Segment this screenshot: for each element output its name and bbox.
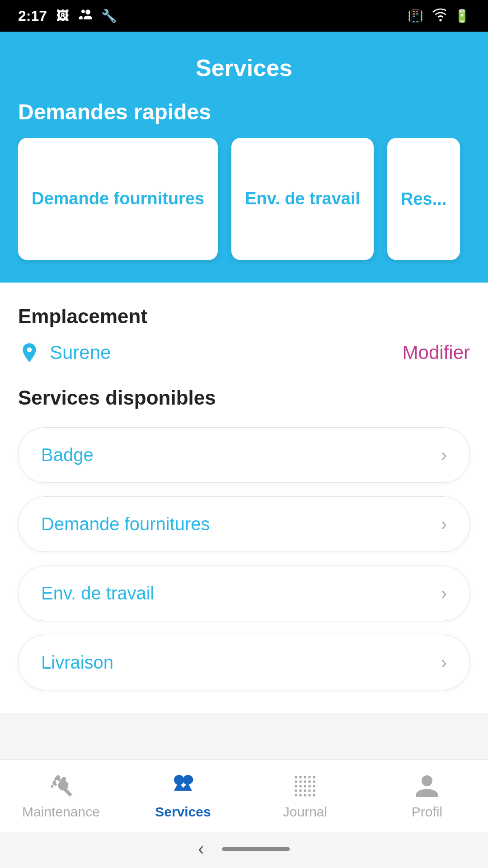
quick-card-partial[interactable]: Res... (387, 138, 460, 260)
nav-label-profil: Profil (412, 804, 442, 820)
wifi-icon (432, 7, 446, 25)
chevron-right-icon-livraison: › (441, 652, 447, 673)
modifier-button[interactable]: Modifier (403, 342, 470, 363)
quick-cards-container: Demande fournitures Env. de travail Res.… (18, 138, 470, 264)
status-time: 2:17 (18, 8, 47, 24)
bottom-indicator: ‹ (198, 839, 290, 859)
quick-card-demande-fournitures[interactable]: Demande fournitures (18, 138, 218, 260)
location-left: Surene (18, 341, 111, 364)
home-bar (222, 847, 290, 851)
location-pin-icon (18, 341, 41, 364)
nav-label-journal: Journal (283, 804, 327, 820)
emplacement-title: Emplacement (18, 305, 470, 328)
vibrate-icon: 📳 (408, 9, 423, 24)
chevron-right-icon-env: › (441, 583, 447, 604)
chevron-right-icon-demande: › (441, 514, 447, 534)
nav-item-maintenance[interactable]: Maintenance (0, 760, 122, 832)
services-icon (169, 773, 197, 800)
teams-icon (78, 7, 92, 25)
nav-item-journal[interactable]: Journal (244, 760, 366, 832)
header: Services Demandes rapides Demande fourni… (0, 32, 488, 283)
battery-icon: 🔋 (454, 9, 470, 24)
maintenance-icon (47, 773, 75, 800)
quick-card-env-de-travail[interactable]: Env. de travail (231, 138, 374, 260)
location-row: Surene Modifier (18, 341, 470, 364)
service-list: Badge › Demande fournitures › Env. de tr… (18, 427, 470, 690)
service-item-livraison[interactable]: Livraison › (18, 635, 470, 690)
nav-label-services: Services (155, 804, 211, 820)
nav-item-services[interactable]: Services (122, 760, 244, 832)
status-bar: 2:17 🖼 🔧 📳 🔋 (0, 0, 488, 32)
back-arrow[interactable]: ‹ (198, 839, 204, 859)
services-disponibles-title: Services disponibles (18, 387, 470, 409)
service-item-badge[interactable]: Badge › (18, 427, 470, 483)
wrench-icon: 🔧 (101, 9, 117, 24)
nav-label-maintenance: Maintenance (22, 804, 100, 820)
journal-icon (291, 773, 319, 800)
page-title: Services (18, 54, 470, 81)
photo-icon: 🖼 (56, 9, 69, 24)
location-name: Surene (50, 342, 111, 363)
profil-icon (413, 773, 441, 800)
chevron-right-icon-badge: › (441, 445, 447, 465)
service-item-demande-fournitures[interactable]: Demande fournitures › (18, 496, 470, 552)
main-content: Emplacement Surene Modifier Services dis… (0, 283, 488, 713)
bottom-nav: Maintenance Services Journal Profil (0, 760, 488, 832)
quick-requests-title: Demandes rapides (18, 99, 470, 124)
nav-item-profil[interactable]: Profil (366, 760, 488, 832)
service-item-env-de-travail[interactable]: Env. de travail › (18, 566, 470, 621)
